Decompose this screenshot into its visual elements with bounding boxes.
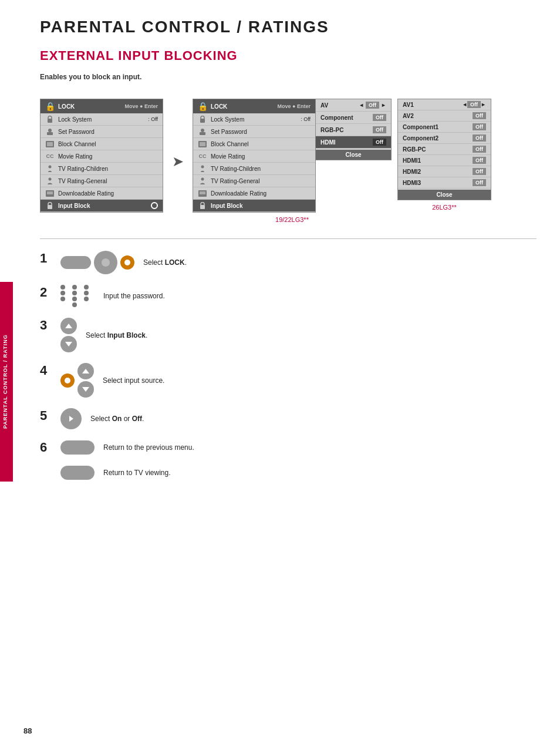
svg-rect-18	[200, 191, 205, 194]
svg-rect-4	[47, 142, 53, 146]
right-panel-area: AV1 ◄ Off ► AV2 Off Component1 Off Compo…	[397, 99, 491, 211]
downloadable-rating-icon	[45, 189, 55, 197]
menu1-downloadable-rating: Downloadable Rating	[41, 187, 163, 200]
step-7-icons	[60, 466, 95, 480]
step-6-icons	[60, 440, 95, 455]
step-4-text: Select input source.	[103, 376, 164, 385]
step-1-icons	[60, 251, 134, 274]
submenu-av: AV ◄ Off ►	[316, 99, 391, 112]
menu1-movie-rating: CC Movie Rating	[41, 150, 163, 163]
menu-1-header: 🔒 LOCK Move ● Enter	[41, 99, 163, 113]
svg-rect-12	[200, 132, 205, 135]
screenshots-area: 🔒 LOCK Move ● Enter Lock System : Off Se…	[40, 99, 537, 224]
step-7-text: Return to TV viewing.	[103, 469, 171, 477]
exit-button	[60, 466, 95, 480]
svg-point-16	[201, 178, 204, 181]
step-5-text: Select On or Off.	[90, 415, 144, 423]
svg-rect-2	[47, 132, 53, 135]
menu1-block-channel: Block Channel	[41, 138, 163, 150]
menu1-lock-system: Lock System : Off	[41, 113, 163, 126]
right-panel-hdmi2: HDMI2 Off	[398, 166, 491, 177]
numpad-icon	[60, 285, 95, 307]
steps-area: 1 Select LOCK. 2	[40, 251, 537, 480]
right-panel: AV1 ◄ Off ► AV2 Off Component1 Off Compo…	[397, 99, 491, 200]
svg-rect-9	[48, 205, 52, 209]
menu2-lock-system: Lock System : Off	[193, 113, 315, 126]
ok-button-4	[60, 374, 75, 388]
step-4-icons	[60, 363, 94, 398]
set-password-icon	[45, 127, 55, 136]
section-title: EXTERNAL INPUT BLOCKING	[40, 48, 537, 63]
step-7: Return to TV viewing.	[60, 466, 537, 480]
gear-icon	[151, 202, 158, 209]
lock-system-icon	[45, 115, 55, 123]
svg-point-15	[201, 166, 204, 169]
input-block-icon	[45, 201, 55, 210]
menu-2-header: 🔒 LOCK Move ● Enter	[193, 99, 315, 113]
menu2-tv-rating-children: TV Rating-Children	[193, 163, 315, 175]
svg-rect-8	[47, 191, 53, 194]
menu2-set-password: Set Password	[193, 126, 315, 138]
submenu-hdmi: HDMI Off	[316, 136, 391, 149]
step-2: 2 Input the password.	[40, 285, 537, 307]
step-1-text: Select LOCK.	[143, 258, 187, 267]
block-channel-icon	[45, 140, 55, 148]
menu1-input-block: Input Block	[41, 200, 163, 212]
menu-2-with-sub: 🔒 LOCK Move ● Enter Lock System : Off	[193, 99, 392, 213]
menu2-block-channel: Block Channel	[193, 138, 315, 150]
menu2-input-block: Input Block	[193, 200, 315, 212]
right-panel-component1: Component1 Off	[398, 122, 491, 133]
right-panel-av2: AV2 Off	[398, 110, 491, 122]
movie-rating-icon: CC	[45, 152, 55, 160]
page-title: PARENTAL CONTROL / RATINGS	[40, 18, 537, 36]
page-number: 88	[23, 726, 32, 735]
step-3: 3 Select Input Block.	[40, 318, 537, 352]
lr-button	[60, 408, 82, 429]
step-4: 4 Select input source.	[40, 363, 537, 398]
step-2-text: Input the password.	[103, 292, 165, 300]
tv-rating-children-icon	[45, 164, 55, 173]
svg-rect-0	[48, 119, 52, 123]
up-down-button	[60, 318, 77, 352]
intro-text: Enables you to block an input.	[40, 73, 537, 81]
submenu-component: Component Off	[316, 112, 391, 124]
menu-2: 🔒 LOCK Move ● Enter Lock System : Off	[193, 99, 316, 213]
submenu: AV ◄ Off ► Component Off RGB-PC Off	[315, 99, 392, 160]
arrow-icon: ➤	[172, 153, 184, 170]
svg-rect-14	[200, 142, 205, 146]
close-button-left[interactable]: Close	[316, 150, 391, 160]
svg-rect-10	[200, 119, 205, 123]
step-6-text: Return to the previous menu.	[103, 443, 194, 452]
nav-button	[94, 251, 117, 274]
svg-point-6	[49, 178, 52, 181]
menu2-tv-rating-general: TV Rating-General	[193, 175, 315, 187]
svg-point-5	[49, 166, 52, 169]
step-6: 6 Return to the previous menu.	[40, 440, 537, 455]
menu-1: 🔒 LOCK Move ● Enter Lock System : Off Se…	[40, 99, 163, 213]
svg-point-11	[201, 129, 204, 132]
step-1: 1 Select LOCK.	[40, 251, 537, 274]
step-5-icons	[60, 408, 82, 429]
menu-button	[60, 256, 91, 269]
menu2-movie-rating: CC Movie Rating	[193, 150, 315, 163]
right-panel-hdmi3: HDMI3 Off	[398, 177, 491, 189]
menu1-tv-rating-children: TV Rating-Children	[41, 163, 163, 175]
menu1-set-password: Set Password	[41, 126, 163, 138]
divider	[40, 238, 537, 239]
model-label-right: 26LG3**	[397, 203, 491, 211]
right-panel-rgb-pc: RGB-PC Off	[398, 144, 491, 155]
menu1-tv-rating-general: TV Rating-General	[41, 175, 163, 187]
ok-button	[120, 255, 134, 270]
up-down-button-4	[77, 363, 94, 398]
step-5: 5 Select On or Off.	[40, 408, 537, 429]
close-button-right[interactable]: Close	[398, 190, 491, 200]
model-label-left: 19/22LG3**	[193, 215, 392, 224]
menu2-downloadable-rating: Downloadable Rating	[193, 187, 315, 200]
side-tab: PARENTAL CONTROL / RATING	[0, 282, 13, 482]
step-2-icons	[60, 285, 95, 307]
svg-point-1	[48, 129, 52, 132]
menu-2-area: 🔒 LOCK Move ● Enter Lock System : Off	[193, 99, 392, 224]
step-3-text: Select Input Block.	[86, 331, 147, 339]
svg-rect-19	[200, 205, 205, 209]
tv-rating-general-icon	[45, 177, 55, 185]
